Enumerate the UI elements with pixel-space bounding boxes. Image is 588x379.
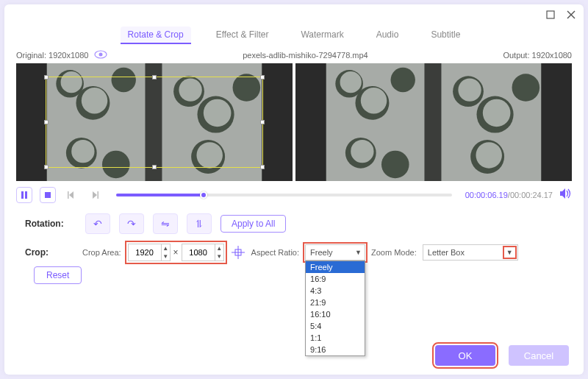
aspect-option[interactable]: 9:16 bbox=[306, 344, 365, 355]
crop-handle[interactable] bbox=[44, 120, 49, 124]
crop-handle[interactable] bbox=[44, 165, 49, 169]
svg-marker-46 bbox=[69, 191, 74, 199]
svg-rect-27 bbox=[424, 63, 441, 181]
svg-point-40 bbox=[483, 99, 511, 127]
footer-buttons: OK Cancel bbox=[435, 345, 569, 366]
aspect-option[interactable]: 16:9 bbox=[306, 273, 365, 285]
svg-point-4 bbox=[99, 53, 103, 57]
svg-marker-50 bbox=[560, 188, 565, 199]
multiply-icon: × bbox=[171, 247, 182, 258]
tab-audio[interactable]: Audio bbox=[369, 26, 406, 44]
titlebar bbox=[4, 4, 584, 25]
svg-rect-49 bbox=[98, 191, 99, 199]
app-window: Rotate & Crop Effect & Filter Watermark … bbox=[4, 4, 584, 375]
aspect-option[interactable]: 16:10 bbox=[306, 308, 365, 320]
next-frame-button[interactable] bbox=[87, 187, 103, 203]
preview-toggle-icon[interactable] bbox=[94, 50, 107, 60]
crop-width-input[interactable] bbox=[128, 244, 162, 261]
original-dimensions: Original: 1920x1080 bbox=[16, 51, 88, 60]
output-dimensions: Output: 1920x1080 bbox=[503, 51, 572, 60]
svg-point-39 bbox=[458, 78, 481, 101]
infobar: Original: 1920x1080 pexels-adlib-mishiko… bbox=[4, 50, 584, 63]
chevron-down-icon: ▼ bbox=[355, 249, 362, 256]
rotation-section: Rotation: ↶ ↷ ⇋ ⥮ Apply to All bbox=[4, 209, 584, 238]
aspect-option[interactable]: 1:1 bbox=[306, 332, 365, 344]
svg-rect-43 bbox=[21, 191, 24, 199]
aspect-ratio-select[interactable]: Freely ▼ Freely 16:9 4:3 21:9 16:10 5:4 … bbox=[305, 244, 365, 261]
preview-row bbox=[4, 63, 584, 181]
aspect-option[interactable]: 21:9 bbox=[306, 297, 365, 308]
ok-button[interactable]: OK bbox=[435, 345, 495, 366]
cancel-button[interactable]: Cancel bbox=[509, 345, 569, 366]
maximize-icon[interactable] bbox=[545, 10, 556, 20]
tab-watermark[interactable]: Watermark bbox=[293, 26, 351, 44]
rotation-label: Rotation: bbox=[25, 219, 76, 229]
svg-point-35 bbox=[381, 151, 409, 179]
svg-rect-47 bbox=[68, 191, 69, 199]
crop-width-spinner[interactable]: ▲▼ bbox=[162, 244, 171, 261]
svg-marker-48 bbox=[93, 191, 97, 199]
close-icon[interactable] bbox=[566, 10, 576, 20]
svg-rect-45 bbox=[45, 192, 51, 198]
stop-button[interactable] bbox=[40, 187, 56, 203]
crop-height-input[interactable] bbox=[182, 244, 215, 261]
chevron-down-icon: ▼ bbox=[505, 248, 514, 257]
reset-row: Reset bbox=[4, 266, 584, 288]
svg-point-38 bbox=[361, 88, 387, 114]
tabs: Rotate & Crop Effect & Filter Watermark … bbox=[4, 25, 584, 50]
tab-rotate-crop[interactable]: Rotate & Crop bbox=[121, 26, 191, 44]
time-display: 00:00:06.19/00:00:24.17 bbox=[465, 191, 553, 199]
aspect-ratio-label: Aspect Ratio: bbox=[251, 248, 299, 257]
crop-handle[interactable] bbox=[44, 75, 49, 79]
rotate-left-button[interactable]: ↶ bbox=[85, 213, 110, 234]
apply-to-all-button[interactable]: Apply to All bbox=[220, 215, 286, 233]
crop-handle[interactable] bbox=[152, 75, 157, 79]
svg-point-42 bbox=[476, 142, 502, 169]
svg-rect-44 bbox=[25, 191, 27, 199]
svg-point-33 bbox=[512, 74, 540, 102]
filename: pexels-adlib-mishiko-7294778.mp4 bbox=[243, 51, 368, 60]
svg-point-37 bbox=[340, 71, 362, 93]
crop-handle[interactable] bbox=[152, 165, 157, 169]
flip-vertical-button[interactable]: ⥮ bbox=[187, 213, 212, 234]
timeline-slider[interactable] bbox=[116, 194, 452, 196]
tab-subtitle[interactable]: Subtitle bbox=[423, 26, 467, 44]
zoom-mode-select[interactable]: Letter Box ▼ bbox=[423, 244, 518, 261]
crop-handle[interactable] bbox=[260, 120, 265, 124]
flip-horizontal-button[interactable]: ⇋ bbox=[153, 213, 178, 234]
crop-height-spinner[interactable]: ▲▼ bbox=[215, 244, 224, 261]
aspect-ratio-dropdown: Freely 16:9 4:3 21:9 16:10 5:4 1:1 9:16 bbox=[305, 261, 365, 356]
crop-area-label: Crop Area: bbox=[82, 248, 121, 257]
pause-button[interactable] bbox=[16, 187, 32, 203]
aspect-option[interactable]: Freely bbox=[306, 261, 365, 273]
tab-effect-filter[interactable]: Effect & Filter bbox=[209, 26, 276, 44]
svg-point-41 bbox=[351, 140, 373, 163]
preview-output bbox=[295, 63, 572, 181]
playback-controls: 00:00:06.19/00:00:24.17 bbox=[4, 181, 584, 209]
zoom-mode-label: Zoom Mode: bbox=[371, 248, 417, 257]
svg-rect-0 bbox=[547, 11, 554, 18]
reset-button[interactable]: Reset bbox=[34, 266, 82, 284]
crop-handle[interactable] bbox=[260, 75, 265, 79]
aspect-option[interactable]: 5:4 bbox=[306, 320, 365, 332]
svg-point-30 bbox=[391, 68, 415, 92]
volume-icon[interactable] bbox=[560, 188, 572, 202]
prev-frame-button[interactable] bbox=[63, 187, 79, 203]
rotate-right-button[interactable]: ↷ bbox=[119, 213, 144, 234]
aspect-option[interactable]: 4:3 bbox=[306, 285, 365, 297]
crop-handle[interactable] bbox=[260, 165, 265, 169]
crop-position-icon[interactable] bbox=[231, 245, 245, 260]
crop-label: Crop: bbox=[25, 247, 76, 258]
crop-section: Crop: Crop Area: ▲▼ × ▲▼ Aspect Ratio: F… bbox=[4, 238, 584, 266]
crop-rectangle[interactable] bbox=[46, 77, 263, 168]
preview-source[interactable] bbox=[16, 63, 293, 181]
